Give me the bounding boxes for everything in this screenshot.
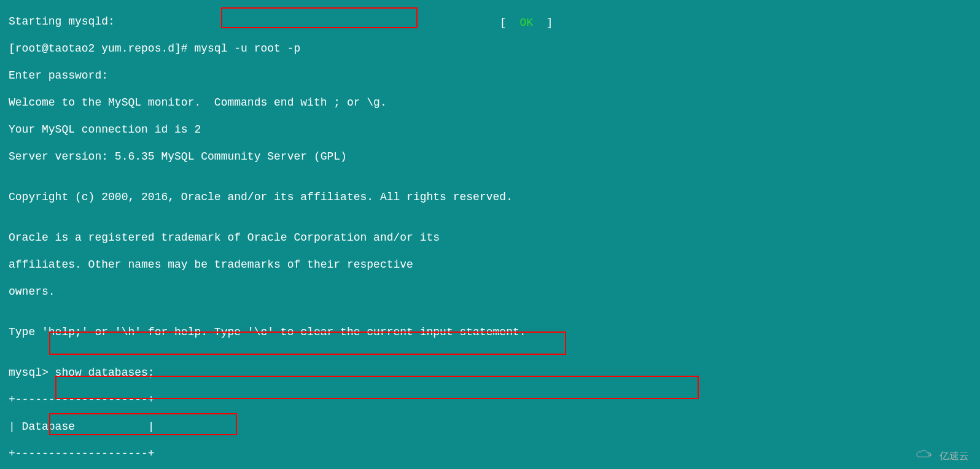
- watermark-text: 亿速云: [939, 449, 969, 463]
- terminal-line: Oracle is a registered trademark of Orac…: [9, 231, 975, 244]
- terminal-line: Your MySQL connection id is 2: [9, 123, 975, 136]
- table-border: +--------------------+: [9, 393, 975, 406]
- terminal-line: owners.: [9, 285, 975, 298]
- terminal-line: Type 'help;' or '\h' for help. Type '\c'…: [9, 325, 975, 339]
- terminal-output[interactable]: Starting mysqld:[ OK ] [root@taotao2 yum…: [0, 0, 980, 469]
- line-starting: Starting mysqld:: [9, 15, 115, 28]
- terminal-line: Welcome to the MySQL monitor. Commands e…: [9, 96, 975, 109]
- shell-prompt-line: [root@taotao2 yum.repos.d]# mysql -u roo…: [9, 42, 975, 55]
- terminal-line: Server version: 5.6.35 MySQL Community S…: [9, 150, 975, 163]
- terminal-line: Enter password:: [9, 69, 975, 82]
- terminal-line: Copyright (c) 2000, 2016, Oracle and/or …: [9, 190, 975, 204]
- watermark: 亿速云: [914, 448, 969, 464]
- table-header: | Database |: [9, 420, 975, 433]
- cloud-icon: [914, 448, 935, 464]
- table-border: +--------------------+: [9, 447, 975, 460]
- terminal-line: affiliates. Other names may be trademark…: [9, 258, 975, 271]
- status-indicator: [ OK ]: [500, 16, 553, 29]
- mysql-prompt-line: mysql> show databases;: [9, 366, 975, 379]
- ok-text: OK: [519, 17, 533, 29]
